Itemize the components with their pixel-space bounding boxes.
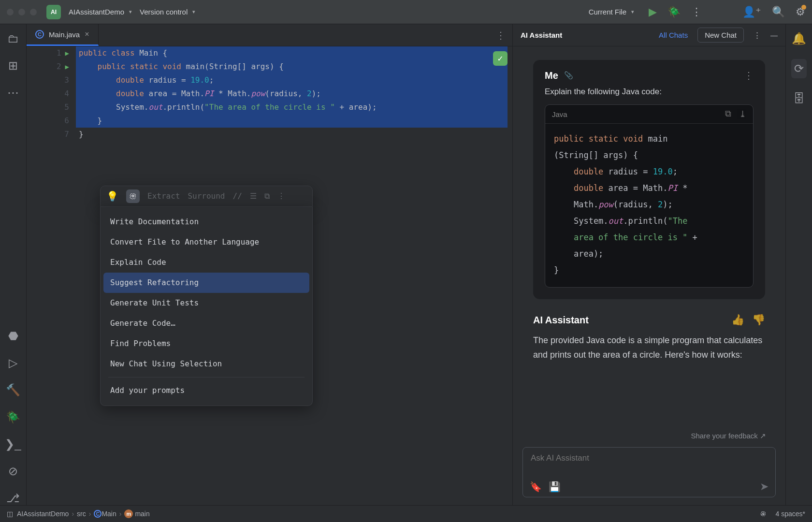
save-icon[interactable]: 💾 [549,481,561,493]
code-editor[interactable]: 1▶ 2▶ 3 4 5 6 7 public class Main { publ… [27,46,512,505]
search-icon[interactable]: 🔍 [772,6,785,18]
services-icon[interactable]: ⬣ [8,329,18,343]
chevron-down-icon: ▾ [631,9,634,15]
ai-action-refactor[interactable]: Suggest Refactoring [103,273,309,293]
analysis-ok-icon[interactable]: ✓ [493,51,508,66]
debug-icon[interactable]: 🪲 [667,6,681,18]
extract-action[interactable]: Extract [147,189,180,203]
ai-input[interactable]: 🔖 💾 ➤ [522,447,776,497]
ai-swirl-icon[interactable]: ֍ [126,189,140,203]
tab-main-java[interactable]: C Main.java × [27,24,99,46]
run-config-label: Current File [589,8,626,16]
git-icon[interactable]: ⎇ [6,492,20,505]
editor-pane: C Main.java × ⋮ 1▶ 2▶ 3 4 5 6 7 public c… [27,24,513,505]
breadcrumb[interactable]: src [77,510,86,518]
ai-popup-toolbar: 💡 ֍ Extract Surround // ☰ ⧉ ⋮ [100,186,313,207]
tabs-more-icon[interactable]: ⋮ [489,24,512,46]
project-picker[interactable]: AIAssistantDemo ▾ [65,6,136,18]
collab-icon[interactable]: 👤⁺ [742,6,761,18]
ai-action-problems[interactable]: Find Problems [103,334,309,354]
minimize-icon[interactable]: — [770,31,778,39]
line-number: 1 [57,46,61,60]
breadcrumb[interactable]: AIAssistantDemo [17,510,69,518]
problems-icon[interactable]: ⊘ [8,464,18,478]
chevron-down-icon: ▾ [192,9,195,15]
ai-assistant-tool-icon[interactable]: ⟳ [791,59,807,78]
ai-action-convert[interactable]: Convert File to Another Language [103,232,309,252]
code-snippet: Java ⧉ ⤓ public static void main (String… [545,104,754,288]
ai-panel-header: AI Assistant All Chats New Chat ⋮ — [513,24,785,46]
ai-panel-title: AI Assistant [521,31,562,39]
ai-input-textarea[interactable] [523,448,775,478]
run-icon[interactable]: ▶ [649,6,657,18]
snippet-body[interactable]: public static void main (String[] args) … [545,124,753,287]
ai-action-tests[interactable]: Generate Unit Tests [103,293,309,313]
send-icon[interactable]: ➤ [760,480,768,493]
line-number: 3 [64,73,69,87]
gutter: 1▶ 2▶ 3 4 5 6 7 [27,46,76,505]
database-icon[interactable]: 🗄 [793,92,805,105]
ai-action-add-prompts[interactable]: Add your prompts [103,380,309,401]
snippet-lang: Java [552,110,567,118]
line-number: 4 [64,87,69,101]
line-number: 2 [57,60,61,73]
gutter-run-icon[interactable]: ▶ [65,60,69,73]
all-chats-link[interactable]: All Chats [659,31,688,39]
panel-more-icon[interactable]: ⋮ [754,31,761,40]
user-message: Me 📎 ⋮ Explain the following Java code: … [533,60,765,299]
ai-action-write-docs[interactable]: Write Documentation [103,212,309,232]
surround-action[interactable]: Surround [188,189,225,203]
vcs-menu[interactable]: Version control ▾ [136,6,199,18]
line-number: 7 [64,128,69,141]
structure-icon[interactable]: ⊞ [8,59,18,72]
ai-status-icon[interactable]: ֍ [760,510,767,518]
attachment-icon[interactable]: 📎 [564,71,573,80]
close-icon[interactable]: × [85,30,89,39]
run-tool-icon[interactable]: ▷ [9,356,17,370]
line-number: 5 [64,101,69,114]
ai-action-generate[interactable]: Generate Code… [103,313,309,334]
ai-action-new-chat[interactable]: New Chat Using Selection [103,354,309,374]
code-body[interactable]: public class Main { public static void m… [76,46,512,141]
bulb-icon[interactable]: 💡 [106,189,118,203]
copy-icon[interactable]: ⧉ [725,109,731,119]
editor-tabs: C Main.java × ⋮ [27,24,512,46]
project-icon[interactable]: 🗀 [7,32,19,45]
ai-chat-body: Me 📎 ⋮ Explain the following Java code: … [513,46,785,429]
right-tool-strip: 🔔 ⟳ 🗄 [785,24,812,505]
ai-action-explain[interactable]: Explain Code [103,252,309,273]
copy-icon[interactable]: ⧉ [264,189,270,203]
popup-more-icon[interactable]: ⋮ [277,189,285,203]
thumbs-up-icon[interactable]: 👍 [731,314,744,326]
reformat-icon[interactable]: ☰ [250,189,257,203]
more-tools-icon[interactable]: ⋯ [7,86,19,100]
breadcrumb[interactable]: Main [102,510,116,518]
assistant-text: The provided Java code is a simple progr… [533,333,765,362]
run-config-picker[interactable]: Current File ▾ [585,6,638,18]
insert-icon[interactable]: ⤓ [739,109,746,119]
window-controls[interactable] [7,9,37,15]
method-icon: m [124,509,133,518]
settings-icon[interactable]: ⚙ [796,6,805,18]
terminal-icon[interactable]: ❯_ [5,437,21,451]
more-icon[interactable]: ⋮ [691,6,702,18]
line-number: 6 [64,114,69,128]
status-bar: ◫ AIAssistantDemo› src› C Main› m main ֍… [0,505,812,522]
gutter-run-icon[interactable]: ▶ [65,46,69,60]
ai-assistant-panel: AI Assistant All Chats New Chat ⋮ — Me 📎… [513,24,785,505]
titlebar: AI AIAssistantDemo ▾ Version control ▾ C… [0,0,812,24]
build-icon[interactable]: 🔨 [6,383,20,397]
share-feedback-link[interactable]: Share your feedback ↗ [513,429,785,440]
comment-icon[interactable]: // [233,189,242,203]
indent-indicator[interactable]: 4 spaces* [776,510,805,518]
breadcrumb[interactable]: main [135,510,149,518]
notifications-icon[interactable]: 🔔 [792,32,806,45]
message-more-icon[interactable]: ⋮ [744,70,754,81]
debug-tool-icon[interactable]: 🪲 [6,410,20,424]
sidebar-toggle-icon[interactable]: ◫ [7,510,13,518]
prompt-text: Explain the following Java code: [545,87,754,97]
thumbs-down-icon[interactable]: 👎 [752,314,765,326]
sender-label: Me [545,70,558,81]
new-chat-button[interactable]: New Chat [697,28,744,43]
bookmark-icon[interactable]: 🔖 [530,481,542,493]
